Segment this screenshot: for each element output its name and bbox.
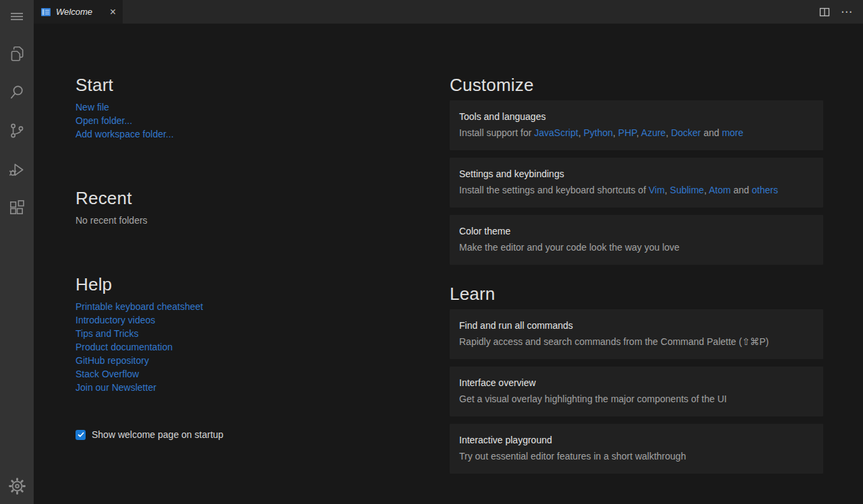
sidebar-item-extensions[interactable] (0, 192, 34, 224)
recent-heading: Recent (76, 188, 408, 208)
card-settings-and-keybindings[interactable]: Settings and keybindings Install the set… (450, 158, 823, 208)
welcome-file-icon (40, 7, 51, 18)
editor-area: Welcome × ⋯ Start New file Open folder..… (34, 0, 863, 504)
checkbox-checked-icon[interactable] (76, 430, 86, 440)
card-description: Make the editor and your code look the w… (459, 241, 812, 253)
link-join-newsletter[interactable]: Join our Newsletter (76, 381, 156, 394)
inline-link[interactable]: Sublime (670, 185, 705, 195)
extensions-icon (8, 199, 26, 217)
search-icon (8, 84, 26, 101)
welcome-left-column: Start New file Open folder... Add worksp… (76, 75, 408, 504)
link-tips-and-tricks[interactable]: Tips and Tricks (76, 327, 139, 340)
no-recent-folders-text: No recent folders (76, 214, 408, 227)
gear-icon (8, 477, 26, 495)
startup-checkbox-label: Show welcome page on startup (92, 429, 223, 440)
welcome-page: Start New file Open folder... Add worksp… (34, 24, 863, 504)
card-description: Install the settings and keyboard shortc… (459, 184, 812, 196)
files-icon (8, 45, 26, 63)
run-debug-icon (8, 161, 26, 179)
link-keyboard-cheatsheet[interactable]: Printable keyboard cheatsheet (76, 300, 203, 313)
link-new-file[interactable]: New file (76, 100, 109, 114)
inline-link[interactable]: PHP (618, 127, 636, 138)
learn-section: Learn Find and run all commands Rapidly … (450, 284, 823, 474)
menu-icon (9, 8, 25, 24)
recent-section: Recent No recent folders (76, 188, 408, 227)
link-product-documentation[interactable]: Product documentation (76, 340, 173, 354)
more-actions-icon[interactable]: ⋯ (841, 6, 852, 18)
card-interactive-playground[interactable]: Interactive playground Try out essential… (450, 424, 823, 474)
card-find-and-run-all-commands[interactable]: Find and run all commands Rapidly access… (450, 309, 823, 359)
welcome-right-column: Customize Tools and languages Install su… (450, 75, 823, 504)
sidebar-item-search[interactable] (0, 76, 34, 108)
menu-button[interactable] (0, 0, 34, 32)
tab-welcome[interactable]: Welcome × (34, 0, 123, 24)
sidebar-item-run-debug[interactable] (0, 154, 34, 186)
startup-checkbox-row[interactable]: Show welcome page on startup (76, 429, 223, 440)
inline-link[interactable]: Atom (709, 185, 731, 195)
help-section: Help Printable keyboard cheatsheet Intro… (76, 274, 408, 394)
settings-button[interactable] (0, 470, 34, 502)
inline-link[interactable]: Azure (641, 127, 666, 138)
learn-heading: Learn (450, 284, 823, 304)
card-title: Interactive playground (459, 434, 812, 446)
inline-link[interactable]: Docker (671, 127, 701, 138)
link-stack-overflow[interactable]: Stack Overflow (76, 367, 139, 381)
start-heading: Start (76, 75, 408, 95)
customize-heading: Customize (450, 75, 823, 95)
link-add-workspace-folder[interactable]: Add workspace folder... (76, 127, 174, 141)
inline-link[interactable]: Vim (649, 185, 665, 195)
card-description: Rapidly access and search commands from … (459, 336, 812, 348)
card-title: Color theme (459, 225, 812, 237)
source-control-icon (8, 122, 26, 139)
split-editor-icon[interactable] (819, 7, 830, 18)
help-heading: Help (76, 274, 408, 294)
card-title: Settings and keybindings (459, 168, 812, 180)
card-description: Install support for JavaScript, Python, … (459, 127, 812, 139)
close-tab-icon[interactable]: × (110, 7, 116, 18)
vscode-window: Welcome × ⋯ Start New file Open folder..… (0, 0, 863, 504)
tab-bar: Welcome × ⋯ (34, 0, 863, 24)
sidebar-item-source-control[interactable] (0, 115, 34, 147)
customize-section: Customize Tools and languages Install su… (450, 75, 823, 265)
link-github-repository[interactable]: GitHub repository (76, 354, 149, 367)
inline-link[interactable]: Python (583, 127, 613, 138)
tab-title: Welcome (56, 7, 92, 17)
activity-bar (0, 0, 34, 504)
start-section: Start New file Open folder... Add worksp… (76, 75, 408, 141)
link-open-folder[interactable]: Open folder... (76, 114, 132, 127)
card-title: Find and run all commands (459, 319, 812, 332)
card-title: Tools and languages (459, 111, 812, 123)
card-tools-and-languages[interactable]: Tools and languages Install support for … (450, 100, 823, 150)
card-description: Get a visual overlay highlighting the ma… (459, 393, 812, 405)
inline-link[interactable]: JavaScript (534, 127, 578, 138)
editor-actions: ⋯ (819, 0, 863, 24)
card-title: Interface overview (459, 377, 812, 389)
sidebar-item-explorer[interactable] (0, 38, 34, 70)
card-color-theme[interactable]: Color theme Make the editor and your cod… (450, 215, 823, 265)
inline-link[interactable]: others (752, 185, 778, 195)
card-interface-overview[interactable]: Interface overview Get a visual overlay … (450, 367, 823, 416)
inline-link[interactable]: more (722, 127, 744, 138)
card-description: Try out essential editor features in a s… (459, 450, 812, 462)
link-introductory-videos[interactable]: Introductory videos (76, 313, 155, 327)
